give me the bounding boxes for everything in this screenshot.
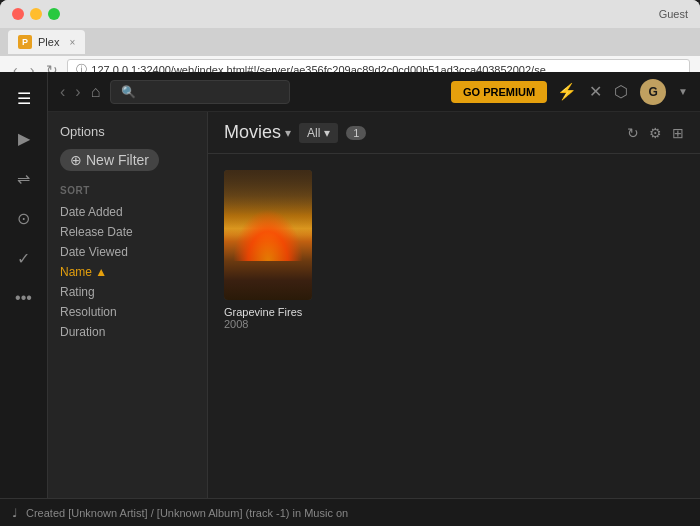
browser-tab[interactable]: P Plex × bbox=[8, 30, 85, 54]
plex-nav: ‹ › ⌂ GO PREMIUM ⚡ ✕ ⬡ G ▼ bbox=[48, 72, 700, 112]
library-dropdown-arrow[interactable]: ▾ bbox=[285, 126, 291, 140]
movie-image bbox=[224, 170, 312, 300]
plex-nav-icons: ⚡ ✕ ⬡ G ▼ bbox=[557, 79, 688, 105]
options-title: Options bbox=[60, 124, 195, 139]
header-actions: ↻ ⚙ ⊞ bbox=[627, 125, 684, 141]
sort-date-added[interactable]: Date Added bbox=[60, 202, 195, 222]
sort-duration[interactable]: Duration bbox=[60, 322, 195, 342]
user-avatar[interactable]: G bbox=[640, 79, 666, 105]
plex-search-input[interactable] bbox=[110, 80, 290, 104]
count-badge: 1 bbox=[346, 126, 366, 140]
options-panel: Options ⊕ New Filter SORT Date Added Rel… bbox=[48, 112, 208, 526]
movie-year: 2008 bbox=[224, 318, 312, 330]
title-bar: Guest bbox=[0, 0, 700, 28]
plex-app: ☰ ▶ ⇌ ⊙ ✓ ••• ‹ › ⌂ GO PREMIUM ⚡ ✕ ⬡ G ▼ bbox=[0, 72, 700, 526]
plex-home-button[interactable]: ⌂ bbox=[91, 83, 101, 101]
minimize-button[interactable] bbox=[30, 8, 42, 20]
cast-icon[interactable]: ⬡ bbox=[614, 82, 628, 101]
status-bar: ♩ Created [Unknown Artist] / [Unknown Al… bbox=[0, 498, 700, 526]
sidebar-icon-more[interactable]: ••• bbox=[6, 280, 42, 316]
sidebar: ☰ ▶ ⇌ ⊙ ✓ ••• bbox=[0, 72, 48, 526]
filter-all-button[interactable]: All ▾ bbox=[299, 123, 338, 143]
new-filter-label: New Filter bbox=[86, 152, 149, 168]
maximize-button[interactable] bbox=[48, 8, 60, 20]
status-music-icon: ♩ bbox=[12, 506, 18, 520]
sort-release-date[interactable]: Release Date bbox=[60, 222, 195, 242]
content-header: Movies ▾ All ▾ 1 ↻ ⚙ ⊞ bbox=[208, 112, 700, 154]
library-title: Movies ▾ bbox=[224, 122, 291, 143]
sort-settings-button[interactable]: ⚙ bbox=[649, 125, 662, 141]
refresh-button[interactable]: ↻ bbox=[627, 125, 639, 141]
sidebar-icon-play[interactable]: ▶ bbox=[6, 120, 42, 156]
guest-label: Guest bbox=[659, 8, 688, 20]
tab-close-icon[interactable]: × bbox=[69, 37, 75, 48]
view-toggle-button[interactable]: ⊞ bbox=[672, 125, 684, 141]
fire-effect bbox=[233, 209, 303, 261]
traffic-lights bbox=[12, 8, 60, 20]
dropdown-icon[interactable]: ▼ bbox=[678, 86, 688, 97]
sort-rating[interactable]: Rating bbox=[60, 282, 195, 302]
sidebar-icon-shuffle[interactable]: ⇌ bbox=[6, 160, 42, 196]
browser-chrome: Guest P Plex × ‹ › ↻ ⓘ 127.0.0.1:32400/w… bbox=[0, 0, 700, 72]
movie-card[interactable]: Grapevine Fires 2008 bbox=[224, 170, 312, 510]
close-button[interactable] bbox=[12, 8, 24, 20]
tab-bar: P Plex × bbox=[0, 28, 700, 56]
sort-date-viewed[interactable]: Date Viewed bbox=[60, 242, 195, 262]
new-filter-button[interactable]: ⊕ New Filter bbox=[60, 149, 159, 171]
sidebar-icon-cloud[interactable]: ⊙ bbox=[6, 200, 42, 236]
sort-section-label: SORT bbox=[60, 185, 195, 196]
plex-back-button[interactable]: ‹ bbox=[60, 83, 65, 101]
plus-icon: ⊕ bbox=[70, 152, 82, 168]
content-grid: Grapevine Fires 2008 bbox=[208, 154, 700, 526]
go-premium-button[interactable]: GO PREMIUM bbox=[451, 81, 547, 103]
movie-title: Grapevine Fires bbox=[224, 306, 312, 318]
sort-resolution[interactable]: Resolution bbox=[60, 302, 195, 322]
sidebar-icon-menu[interactable]: ☰ bbox=[6, 80, 42, 116]
settings-icon[interactable]: ✕ bbox=[589, 82, 602, 101]
tab-title: Plex bbox=[38, 36, 59, 48]
sort-name[interactable]: Name ▲ bbox=[60, 262, 195, 282]
library-content: Movies ▾ All ▾ 1 ↻ ⚙ ⊞ bbox=[208, 112, 700, 526]
activity-icon[interactable]: ⚡ bbox=[557, 82, 577, 101]
filter-arrow: ▾ bbox=[324, 126, 330, 140]
sidebar-icon-check[interactable]: ✓ bbox=[6, 240, 42, 276]
movie-thumbnail bbox=[224, 170, 312, 300]
plex-favicon: P bbox=[18, 35, 32, 49]
plex-forward-button[interactable]: › bbox=[75, 83, 80, 101]
status-text: Created [Unknown Artist] / [Unknown Albu… bbox=[26, 507, 348, 519]
